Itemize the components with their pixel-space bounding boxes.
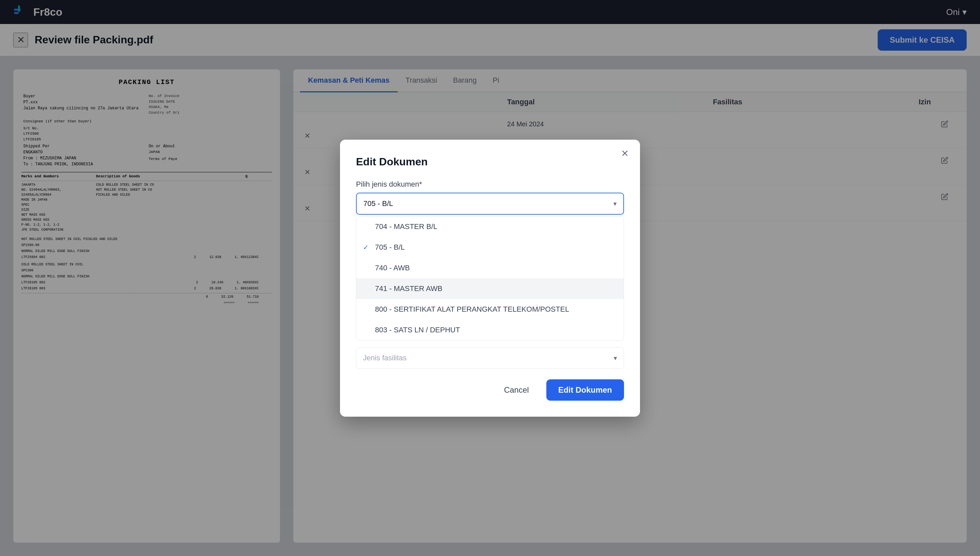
dokumen-dropdown-list: 704 - MASTER B/L ✓ 705 - B/L 740 - AWB 7… — [356, 216, 624, 341]
fasilitas-select[interactable]: Jenis fasilitas ▾ — [356, 348, 624, 369]
edit-dokumen-modal: Edit Dokumen ✕ Pilih jenis dokumen* 705 … — [340, 140, 640, 417]
dokumen-field-label: Pilih jenis dokumen* — [356, 180, 624, 189]
item-704-label: 704 - MASTER B/L — [375, 222, 438, 231]
item-705-check-icon: ✓ — [363, 243, 371, 251]
dropdown-item-800[interactable]: 800 - SERTIFIKAT ALAT PERANGKAT TELEKOM/… — [356, 299, 624, 320]
item-705-label: 705 - B/L — [375, 243, 405, 252]
modal-title: Edit Dokumen — [356, 156, 624, 168]
dropdown-item-740[interactable]: 740 - AWB — [356, 258, 624, 278]
dropdown-item-704[interactable]: 704 - MASTER B/L — [356, 217, 624, 237]
modal-close-button[interactable]: ✕ — [617, 146, 632, 161]
dropdown-item-705[interactable]: ✓ 705 - B/L — [356, 237, 624, 258]
modal-overlay: Edit Dokumen ✕ Pilih jenis dokumen* 705 … — [0, 0, 980, 556]
dropdown-item-741[interactable]: 741 - MASTER AWB — [356, 278, 624, 299]
modal-close-icon: ✕ — [621, 148, 629, 159]
dokumen-select[interactable]: 705 - B/L ▾ — [356, 193, 624, 215]
item-740-label: 740 - AWB — [375, 263, 410, 272]
item-803-label: 803 - SATS LN / DEPHUT — [375, 326, 460, 335]
item-741-label: 741 - MASTER AWB — [375, 284, 442, 293]
edit-dokumen-button[interactable]: Edit Dokumen — [546, 379, 624, 401]
dropdown-item-803[interactable]: 803 - SATS LN / DEPHUT — [356, 320, 624, 340]
item-800-label: 800 - SERTIFIKAT ALAT PERANGKAT TELEKOM/… — [375, 305, 569, 314]
cancel-button[interactable]: Cancel — [493, 379, 540, 401]
fasilitas-placeholder: Jenis fasilitas — [363, 354, 407, 362]
modal-footer: Cancel Edit Dokumen — [356, 379, 624, 401]
dokumen-chevron-icon: ▾ — [614, 200, 617, 208]
selected-dokumen-value: 705 - B/L — [363, 199, 393, 208]
fasilitas-chevron-icon: ▾ — [614, 354, 617, 362]
